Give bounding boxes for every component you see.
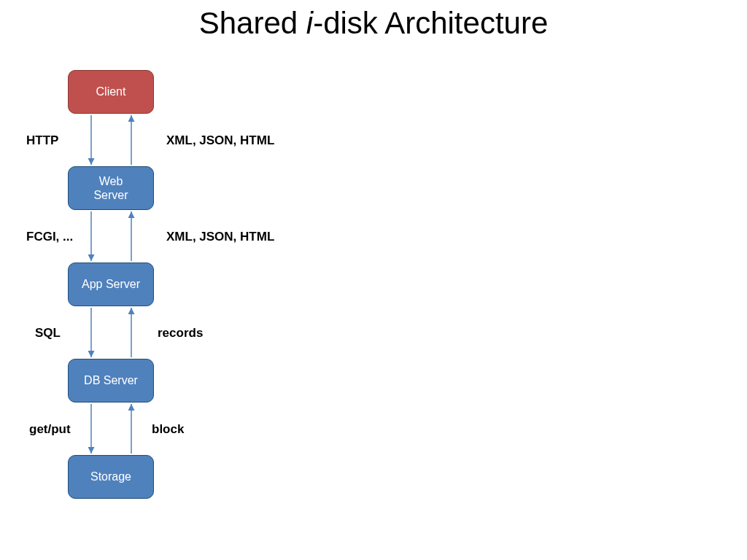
title-prefix: Shared	[199, 6, 306, 40]
title-italic: i	[306, 6, 313, 40]
box-web-server: Web Server	[68, 166, 154, 210]
slide-title: Shared i-disk Architecture	[0, 6, 747, 41]
label-get-put: get/put	[29, 422, 71, 437]
box-storage: Storage	[68, 455, 154, 499]
box-client: Client	[68, 70, 154, 114]
label-xml-json-2: XML, JSON, HTML	[166, 230, 274, 244]
box-app-server-label: App Server	[82, 277, 140, 291]
label-records: records	[158, 326, 203, 341]
box-client-label: Client	[96, 85, 126, 98]
box-storage-label: Storage	[90, 470, 131, 483]
box-app-server: App Server	[68, 262, 154, 306]
label-xml-json-1: XML, JSON, HTML	[166, 133, 274, 148]
title-suffix: -disk Architecture	[313, 6, 548, 40]
box-db-server: DB Server	[68, 359, 154, 402]
box-db-server-label: DB Server	[84, 373, 138, 387]
label-sql: SQL	[35, 326, 61, 341]
label-http: HTTP	[26, 133, 58, 148]
label-block: block	[152, 422, 184, 437]
box-web-server-label: Web Server	[93, 174, 128, 202]
label-fcgi: FCGI, ...	[26, 230, 73, 244]
